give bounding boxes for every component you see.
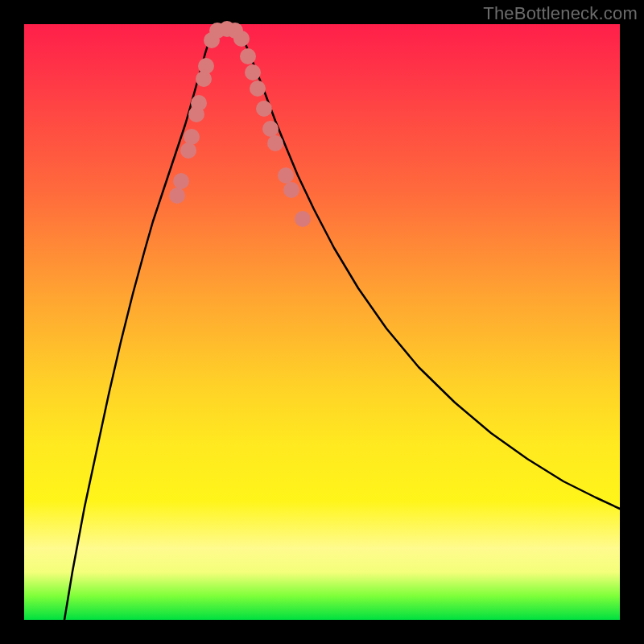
bottleneck-curve bbox=[64, 27, 620, 620]
data-marker bbox=[233, 31, 250, 47]
data-marker bbox=[295, 211, 311, 227]
data-marker bbox=[245, 64, 261, 80]
data-markers bbox=[169, 21, 311, 227]
data-marker bbox=[180, 142, 196, 159]
data-marker bbox=[240, 48, 256, 64]
data-marker bbox=[262, 121, 279, 137]
plot-area bbox=[24, 24, 620, 620]
data-marker bbox=[169, 188, 185, 204]
chart-overlay bbox=[24, 24, 620, 620]
data-marker bbox=[278, 167, 294, 184]
data-marker bbox=[267, 135, 283, 151]
data-marker bbox=[198, 58, 214, 74]
data-marker bbox=[283, 182, 299, 198]
data-marker bbox=[191, 95, 207, 111]
watermark-text: TheBottleneck.com bbox=[483, 3, 638, 24]
data-marker bbox=[184, 129, 200, 145]
data-marker bbox=[173, 173, 189, 189]
chart-frame: TheBottleneck.com bbox=[0, 0, 644, 644]
curve-path bbox=[64, 27, 620, 620]
data-marker bbox=[256, 101, 272, 117]
data-marker bbox=[250, 80, 266, 97]
